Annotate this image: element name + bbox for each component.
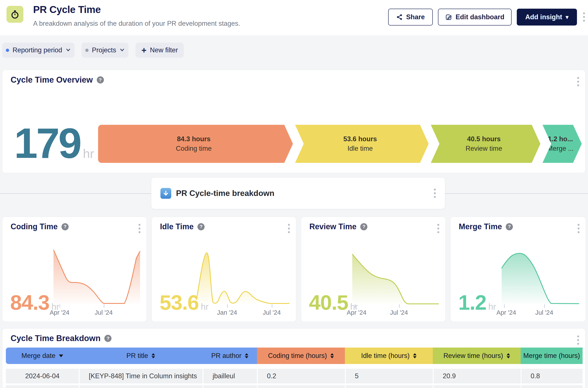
coding-time-value: 84.3 [10, 294, 49, 311]
x-tick-label: Jul '24 [263, 309, 281, 316]
coding-time-kebab-menu[interactable] [138, 224, 140, 233]
x-tick-label: Jan '24 [217, 309, 237, 316]
overview-kebab-menu[interactable] [577, 77, 579, 86]
review-time-title: Review Time [309, 222, 356, 231]
column-header-idle-time[interactable]: Idle time (hours) [345, 348, 433, 364]
segment-label: Idle time [347, 145, 373, 152]
cell-pr-author [203, 385, 257, 388]
table-title: Cycle Time Breakdown [11, 334, 101, 343]
idle-time-title: Idle Time [160, 222, 193, 231]
funnel-segment-merge[interactable]: 1.2 ho... Merge ... [542, 125, 582, 163]
active-filter-dot-icon [6, 49, 9, 52]
idle-time-kebab-menu[interactable] [288, 224, 290, 233]
column-header-review-time[interactable]: Review time (hours) [433, 348, 521, 364]
x-tick-label: Apr '24 [496, 309, 516, 316]
banner-title: PR Cycle-time breakdown [176, 189, 274, 198]
coding-time-card: Coding Time? Apr '24 Jul '24 84.3 hr [2, 217, 147, 322]
merge-time-kebab-menu[interactable] [578, 224, 580, 233]
merge-time-sparkline: Apr '24 Jul '24 [502, 248, 579, 304]
banner-kebab-menu[interactable] [434, 189, 436, 198]
x-tick [399, 304, 400, 308]
header-kebab-menu[interactable] [583, 12, 585, 22]
add-insight-button[interactable]: Add insight ▾ [517, 9, 577, 25]
sort-icon [245, 353, 248, 358]
help-icon[interactable]: ? [97, 76, 104, 83]
column-header-pr-author[interactable]: PR author [203, 348, 257, 364]
table-kebab-menu[interactable] [577, 336, 579, 345]
filter-bar: Reporting period Projects + New filter [2, 43, 184, 58]
x-tick [504, 304, 505, 308]
filter-projects[interactable]: Projects [82, 43, 128, 58]
x-tick [544, 304, 545, 308]
review-time-card: Review Time? Apr '24 Jul '24 40.5 hr [301, 217, 446, 322]
help-icon[interactable]: ? [506, 223, 513, 230]
help-icon[interactable]: ? [104, 335, 111, 342]
page-title: PR Cycle Time [33, 4, 101, 15]
segment-hours: 40.5 hours [467, 135, 501, 143]
review-time-stat: 40.5 hr [309, 294, 358, 312]
share-icon [396, 14, 403, 21]
cell-merge-date: 2024-06-04 [6, 369, 79, 384]
x-tick [227, 304, 228, 308]
merge-time-value: 1.2 [458, 294, 486, 311]
x-tick [59, 304, 60, 308]
cycle-funnel: 84.3 hours Coding time 53.6 hours Idle t… [98, 125, 582, 163]
overview-title: Cycle Time Overview [11, 75, 93, 85]
overview-total-value: 179 [14, 127, 80, 160]
cell-pr-title: [KEYP-848] Time in Column insights [79, 369, 203, 384]
cycle-time-breakdown-card: Cycle Time Breakdown ? Merge date PR tit… [2, 328, 586, 388]
idle-time-stat: 53.6 hr [160, 294, 209, 312]
column-header-merge-date[interactable]: Merge date [6, 348, 79, 364]
help-icon[interactable]: ? [61, 223, 69, 230]
sort-icon [507, 353, 510, 358]
x-tick-label: Jul '24 [535, 309, 553, 316]
cell-merge-time: 0.8 [521, 369, 583, 384]
segment-hours: 53.6 hours [343, 135, 377, 143]
cell-merge-time [521, 385, 583, 388]
table-row[interactable] [6, 385, 583, 388]
plus-icon: + [141, 47, 146, 54]
column-label: Coding time (hours) [268, 352, 327, 360]
funnel-segment-idle[interactable]: 53.6 hours Idle time [295, 125, 429, 163]
overview-total: 179 hr [14, 127, 94, 161]
cell-pr-title [79, 385, 203, 388]
sort-icon [413, 353, 417, 358]
cell-review-time: 20.9 [433, 369, 521, 384]
review-time-kebab-menu[interactable] [437, 224, 439, 233]
cell-idle-time: 5 [345, 369, 433, 384]
inactive-filter-dot-icon [85, 49, 88, 52]
share-button[interactable]: Share [388, 9, 433, 25]
filter-reporting-period[interactable]: Reporting period [2, 43, 75, 58]
column-label: Merge date [22, 352, 55, 360]
table-row[interactable]: 2024-06-04 [KEYP-848] Time in Column ins… [6, 369, 583, 384]
cell-coding-time: 0.2 [257, 369, 345, 384]
x-tick-label: Jul '24 [390, 309, 408, 316]
column-header-coding-time[interactable]: Coding time (hours) [257, 348, 345, 364]
chevron-down-icon [66, 48, 71, 52]
dashboard-stopwatch-icon [6, 6, 23, 23]
column-header-pr-title[interactable]: PR title [79, 348, 203, 364]
edit-dashboard-button[interactable]: Edit dashboard [438, 9, 511, 25]
cell-pr-author: jbailleul [203, 369, 257, 384]
column-label: Idle time (hours) [361, 352, 410, 360]
filter-reporting-period-label: Reporting period [13, 46, 62, 54]
table-header-row: Merge date PR title PR author Coding tim… [6, 348, 583, 364]
new-filter-button[interactable]: + New filter [135, 43, 184, 58]
chevron-down-icon: ▾ [566, 14, 568, 20]
segment-hours: 1.2 ho... [548, 135, 573, 143]
coding-time-sparkline: Apr '24 Jul '24 [53, 248, 140, 304]
cell-idle-time [345, 385, 433, 388]
help-icon[interactable]: ? [360, 223, 367, 230]
merge-time-stat: 1.2 hr [458, 294, 496, 312]
chevron-down-icon [119, 48, 125, 52]
idle-time-sparkline: Jan '24 Jul '24 [196, 248, 290, 304]
column-header-merge-time[interactable]: Merge time (hours) [521, 348, 583, 364]
edit-icon [445, 14, 452, 21]
edit-dashboard-label: Edit dashboard [455, 13, 505, 21]
coding-time-unit: hr [52, 302, 59, 312]
funnel-segment-coding[interactable]: 84.3 hours Coding time [98, 125, 293, 163]
coding-time-title: Coding Time [11, 222, 58, 231]
review-time-sparkline: Apr '24 Jul '24 [352, 248, 439, 304]
help-icon[interactable]: ? [197, 223, 205, 230]
funnel-segment-review[interactable]: 40.5 hours Review time [431, 125, 540, 163]
